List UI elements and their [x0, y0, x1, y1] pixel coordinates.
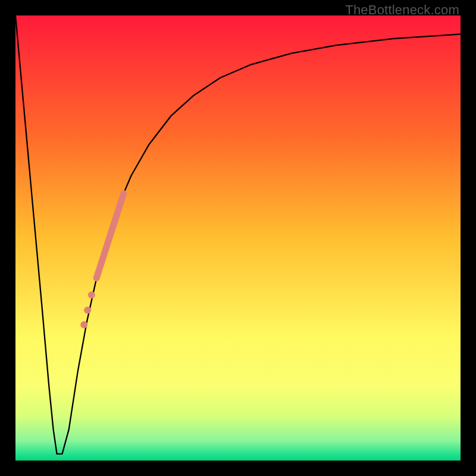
gradient-background: [15, 15, 461, 461]
plot-area: [15, 15, 461, 461]
dot-1: [88, 292, 95, 299]
dot-3: [80, 321, 87, 328]
chart-container: TheBottleneck.com: [0, 0, 476, 476]
chart-svg: [15, 15, 461, 461]
dot-2: [84, 306, 91, 314]
